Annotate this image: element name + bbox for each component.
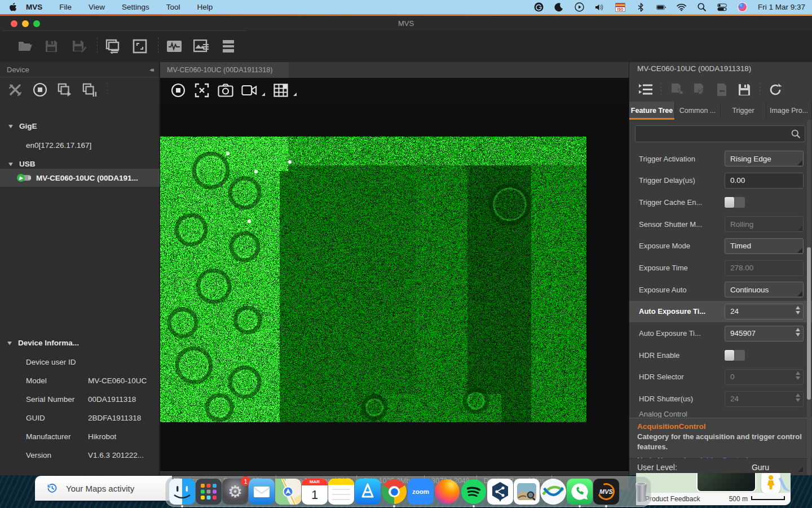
clear-config-icon[interactable] <box>714 82 729 97</box>
trigger-delay-input[interactable]: 0.00 <box>725 173 804 189</box>
battery-icon[interactable] <box>656 2 666 12</box>
dock-item-system-settings[interactable]: ⚙ 1 <box>222 476 248 507</box>
trigger-cache-toggle[interactable] <box>725 197 745 208</box>
menu-file[interactable]: File <box>51 3 80 11</box>
play-circle-icon[interactable] <box>575 2 584 12</box>
save-as-icon[interactable] <box>71 38 88 55</box>
dock-item-zoom[interactable]: zoom <box>408 476 434 507</box>
export-config-icon[interactable] <box>692 82 707 97</box>
fit-view-icon[interactable] <box>194 82 210 98</box>
chevron-down-icon[interactable]: ▼ <box>7 161 15 167</box>
feature-scrollbar-track[interactable] <box>807 120 811 475</box>
bluetooth-icon[interactable] <box>636 2 646 12</box>
dock-item-preview[interactable] <box>514 476 540 507</box>
dock-item-app-store[interactable] <box>355 476 381 507</box>
search-input[interactable] <box>636 130 791 138</box>
info-row-device-user-id: Device user ID <box>26 358 156 366</box>
tree-item-camera-device[interactable]: ▶ MV-CE060-10UC (00DA191... <box>0 169 160 187</box>
do-not-disturb-icon[interactable] <box>554 2 564 12</box>
hdr-enable-toggle[interactable] <box>725 350 745 361</box>
mvs-dock-label: MVS <box>599 488 613 495</box>
menu-app-name[interactable]: MVS <box>17 3 51 11</box>
spotlight-icon[interactable] <box>697 2 707 12</box>
user-level-dropdown[interactable]: Guru <box>752 463 784 472</box>
volume-icon[interactable] <box>595 2 604 12</box>
stop-grab-icon[interactable] <box>33 82 47 97</box>
tree-group-gige[interactable]: ▼ GigE <box>8 122 37 130</box>
menu-help[interactable]: Help <box>189 3 222 11</box>
dock-item-mvs[interactable]: MVS <box>593 476 619 507</box>
log-list-icon[interactable] <box>220 38 237 55</box>
dock-item-share-hexagon-app[interactable] <box>487 476 513 507</box>
trigger-activation-dropdown[interactable]: Rising Edge <box>725 151 804 167</box>
auto-exposure-max-spinner[interactable]: 945907 <box>725 326 804 341</box>
collapse-panel-icon[interactable]: ◂◂ <box>149 66 152 73</box>
device-info-header[interactable]: ▼ Device Informa... <box>7 339 79 347</box>
stop-acquisition-all-icon[interactable] <box>82 82 97 97</box>
chevron-down-icon[interactable]: ▼ <box>6 340 14 346</box>
grid-overlay-icon[interactable] <box>273 82 289 98</box>
start-acquisition-all-icon[interactable] <box>58 82 72 97</box>
waveform-icon[interactable] <box>166 38 183 55</box>
save-config-icon[interactable] <box>737 82 752 97</box>
apple-menu-icon[interactable] <box>8 2 17 12</box>
tab-trigger[interactable]: Trigger <box>721 102 766 120</box>
dropdown-caret-icon[interactable] <box>293 93 297 96</box>
menubar-clock[interactable]: Fri 1 Mar 9:37 <box>758 3 805 11</box>
viewer-tab[interactable]: MV-CE060-10UC (00DA1911318) <box>160 62 289 78</box>
record-video-icon[interactable] <box>241 82 257 98</box>
window-titlebar[interactable]: MVS <box>0 16 812 30</box>
window-frame-icon[interactable] <box>131 38 148 55</box>
chevron-down-icon[interactable]: ▼ <box>7 123 15 129</box>
window-swap-icon[interactable] <box>105 38 122 55</box>
open-folder-icon[interactable] <box>17 38 34 55</box>
dropdown-caret-icon[interactable] <box>262 93 265 96</box>
search-icon[interactable] <box>791 129 800 138</box>
dock-item-notes[interactable] <box>328 476 354 507</box>
grammarly-icon[interactable] <box>534 2 544 12</box>
dock-item-anyconnect[interactable] <box>540 476 566 507</box>
maps-activity-banner[interactable]: Your Maps activity <box>35 476 172 501</box>
menu-tool[interactable]: Tool <box>158 3 189 11</box>
menu-settings[interactable]: Settings <box>113 3 158 11</box>
dock-item-chrome[interactable] <box>381 476 407 507</box>
disconnect-device-icon[interactable] <box>8 82 23 97</box>
tree-item-en0[interactable]: en0[172.26.17.167] <box>26 141 91 150</box>
refresh-icon[interactable] <box>768 82 783 97</box>
tree-group-usb[interactable]: ▼ USB <box>8 160 35 168</box>
save-icon[interactable] <box>43 38 60 55</box>
feature-row-hdr-selector: HDR Selector 0 <box>629 366 812 388</box>
maps-photo-thumbnail[interactable] <box>696 473 756 492</box>
dock-item-calendar[interactable]: MAR 1 <box>302 476 328 507</box>
feature-scrollbar-thumb[interactable] <box>807 247 811 400</box>
dock-item-firefox[interactable] <box>434 476 460 507</box>
feature-row-analog-control-clipped[interactable]: Analog Control <box>639 410 802 418</box>
dock-item-launchpad[interactable] <box>196 476 222 507</box>
input-source-icon[interactable]: ISO <box>615 3 625 12</box>
dock-item-maps[interactable] <box>275 476 301 507</box>
menu-view[interactable]: View <box>80 3 113 11</box>
dock-item-mail[interactable] <box>249 476 275 507</box>
stop-grab-icon[interactable] <box>170 82 186 98</box>
expand-tree-icon[interactable] <box>638 82 653 97</box>
tab-common[interactable]: Common ... <box>675 102 721 120</box>
siri-icon[interactable] <box>738 2 747 12</box>
feature-search[interactable] <box>635 125 805 142</box>
dock-item-whatsapp[interactable] <box>567 476 593 507</box>
tab-image-process[interactable]: Image Pro... <box>766 102 812 120</box>
dock-item-finder[interactable] <box>169 476 195 507</box>
pegman-button[interactable] <box>761 473 780 493</box>
exposure-mode-dropdown[interactable]: Timed <box>725 238 804 254</box>
import-config-icon[interactable] <box>669 82 684 97</box>
snapshot-icon[interactable] <box>218 82 233 98</box>
image-properties-icon[interactable] <box>193 38 210 55</box>
dock-item-trash[interactable] <box>628 476 654 507</box>
info-row-version: Version V1.6.3 201222... <box>26 451 156 459</box>
auto-exposure-min-spinner[interactable]: 24 <box>725 304 804 319</box>
wifi-icon[interactable] <box>677 2 686 12</box>
tab-feature-tree[interactable]: Feature Tree <box>629 102 675 120</box>
dock-item-spotify[interactable] <box>461 476 487 507</box>
control-center-icon[interactable] <box>717 2 727 12</box>
main-toolbar <box>0 31 812 62</box>
exposure-auto-dropdown[interactable]: Continuous <box>725 282 804 297</box>
